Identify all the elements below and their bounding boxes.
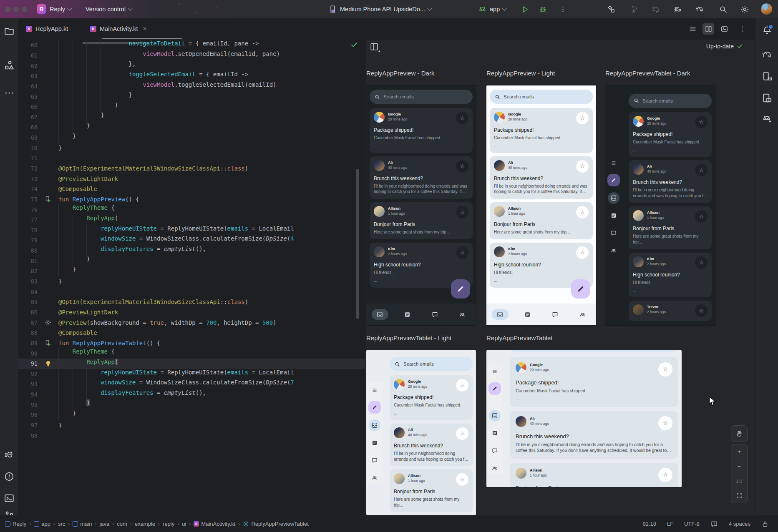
- build-button[interactable]: [605, 3, 617, 15]
- email-time: 20 mins ago: [530, 368, 549, 372]
- kotlin-file-icon: K: [194, 521, 199, 527]
- tab-mainactivity[interactable]: K MainActivity.kt ×: [90, 18, 147, 39]
- line-separator-widget[interactable]: LF: [667, 521, 673, 527]
- breadcrumb-item[interactable]: app: [34, 521, 50, 527]
- preview-card[interactable]: Search emails Google20 mins ago ☆Package…: [605, 85, 715, 325]
- email-sender: Ali: [408, 428, 427, 432]
- breadcrumb-item[interactable]: ui: [182, 521, 186, 527]
- zoom-to-fit-button[interactable]: [731, 489, 747, 503]
- preview-list-mode-button[interactable]: [687, 23, 698, 35]
- apply-changes-icon: [629, 5, 638, 14]
- scrollbar-thumb-vertical[interactable]: [356, 169, 359, 319]
- window-close-button[interactable]: [5, 7, 10, 12]
- breadcrumb-item[interactable]: main: [73, 521, 92, 527]
- breadcrumb-item[interactable]: ReplyAppPreviewTablet: [243, 521, 308, 527]
- email-time: 20 mins ago: [508, 117, 527, 121]
- breadcrumb-item[interactable]: src: [58, 521, 65, 527]
- breadcrumb-item[interactable]: com: [117, 521, 127, 527]
- indent-widget[interactable]: 4 spaces: [729, 521, 750, 527]
- breadcrumb-item[interactable]: example: [135, 521, 155, 527]
- device-manager-button[interactable]: [762, 71, 773, 82]
- breadcrumb-item[interactable]: KMainActivity.kt: [194, 521, 235, 527]
- vcs-widget[interactable]: Version control: [86, 0, 132, 18]
- kebab-icon: [559, 5, 567, 14]
- preview-card[interactable]: Search emails Google20 mins ago ☆Package…: [366, 85, 476, 325]
- run-configuration[interactable]: app: [478, 0, 506, 18]
- preview-card[interactable]: Search emails Google20 mins ago ☆Package…: [366, 350, 476, 515]
- code-line: 86@PreviewLightDark: [18, 307, 365, 318]
- close-icon[interactable]: ×: [143, 25, 147, 33]
- preview-card[interactable]: Search emails Google20 mins ago ☆Package…: [486, 85, 596, 325]
- terminal-tool-button[interactable]: [4, 493, 15, 504]
- gradle-tool-button[interactable]: [762, 49, 773, 60]
- encoding-widget[interactable]: UTF-8: [684, 521, 700, 527]
- breadcrumb-item[interactable]: reply: [163, 521, 174, 527]
- run-button[interactable]: [519, 3, 531, 15]
- module-icon: [5, 521, 10, 527]
- tab-replyapp[interactable]: K ReplyApp.kt: [26, 18, 68, 39]
- breadcrumb-label: main: [80, 521, 92, 527]
- google-logo-avatar: [516, 362, 526, 373]
- code-line: 72@OptIn(ExperimentalMaterial3WindowSize…: [18, 163, 365, 174]
- avatar: [581, 92, 590, 102]
- gradle-sync-button[interactable]: [693, 3, 706, 15]
- project-tool-button[interactable]: [4, 26, 15, 37]
- project-widget[interactable]: Reply: [50, 0, 71, 18]
- star-icon: ☆: [460, 477, 465, 483]
- star-icon: ☆: [580, 115, 585, 121]
- project-name: Reply: [50, 6, 65, 13]
- structure-tool-button[interactable]: [4, 60, 15, 71]
- star-button: ☆: [576, 160, 589, 173]
- code-line: 70}: [18, 143, 365, 153]
- preview-toolbar: Up-to-date: [365, 40, 755, 54]
- star-icon: ☆: [580, 163, 585, 169]
- preview-card[interactable]: Search emails Google20 mins ago ☆Package…: [486, 350, 682, 487]
- upgrade-assistant-button[interactable]: [762, 113, 773, 124]
- email-sender: Ali: [508, 161, 527, 165]
- breadcrumb-separator: ›: [53, 521, 55, 527]
- bulb-icon[interactable]: [38, 359, 58, 368]
- window-zoom-button[interactable]: [22, 7, 27, 12]
- more-actions-button[interactable]: [556, 3, 569, 15]
- window-minimize-button[interactable]: [13, 7, 19, 12]
- lock-open-icon[interactable]: [761, 520, 769, 528]
- layout-switch-icon[interactable]: [370, 42, 379, 51]
- debug-button[interactable]: [536, 3, 549, 15]
- problems-tool-button[interactable]: [4, 471, 15, 482]
- logcat-tool-button[interactable]: [4, 449, 15, 460]
- line-number: 68: [18, 124, 38, 130]
- code-line: 61viewModel.setOpenedEmail(emailId, pane…: [18, 50, 365, 61]
- profile-avatar[interactable]: [761, 3, 772, 15]
- breadcrumb-item[interactable]: java: [99, 521, 109, 527]
- notifications-button[interactable]: [762, 25, 773, 36]
- email-body: Here are some great shots from my trip..…: [494, 229, 589, 235]
- code-editor[interactable]: 60navigateToDetail = { emailId, pane ->6…: [18, 40, 365, 515]
- preview-grid-mode-button[interactable]: [702, 23, 714, 35]
- zoom-actual-size-button[interactable]: 1:1: [731, 474, 747, 488]
- breadcrumb-item[interactable]: Reply: [5, 521, 26, 527]
- email-sender: Google: [388, 112, 407, 116]
- zoom-in-button[interactable]: +: [731, 445, 747, 459]
- preview-gallery-mode-button[interactable]: [718, 23, 730, 35]
- apply-code-changes-button[interactable]: [649, 3, 662, 15]
- device-selector[interactable]: Medium Phone API UpsideDo...: [328, 0, 431, 18]
- running-devices-button[interactable]: [762, 93, 773, 103]
- zoom-out-button[interactable]: −: [731, 459, 747, 474]
- run-preview-icon[interactable]: [38, 195, 58, 203]
- gear-gutter-icon[interactable]: [38, 319, 58, 327]
- settings-button[interactable]: [738, 3, 751, 15]
- preview-more-button[interactable]: [737, 23, 748, 35]
- star-button: ☆: [456, 112, 468, 124]
- pan-tool-button[interactable]: [731, 425, 748, 442]
- apply-changes-button[interactable]: [627, 3, 640, 15]
- window-controls[interactable]: [5, 6, 30, 14]
- search-everywhere-button[interactable]: [717, 3, 729, 15]
- more-tool-windows-button[interactable]: [4, 88, 15, 98]
- run-preview-icon[interactable]: [38, 339, 58, 347]
- breadcrumb-separator: ›: [68, 521, 70, 527]
- notifications-widget-icon[interactable]: [710, 520, 718, 528]
- email-subject: Brunch this weekend?: [516, 433, 672, 439]
- reply-app-preview: Search emails Google20 mins ago ☆Package…: [366, 350, 476, 515]
- caret-position-widget[interactable]: 91:18: [642, 521, 656, 527]
- attach-debugger-button[interactable]: [671, 3, 684, 15]
